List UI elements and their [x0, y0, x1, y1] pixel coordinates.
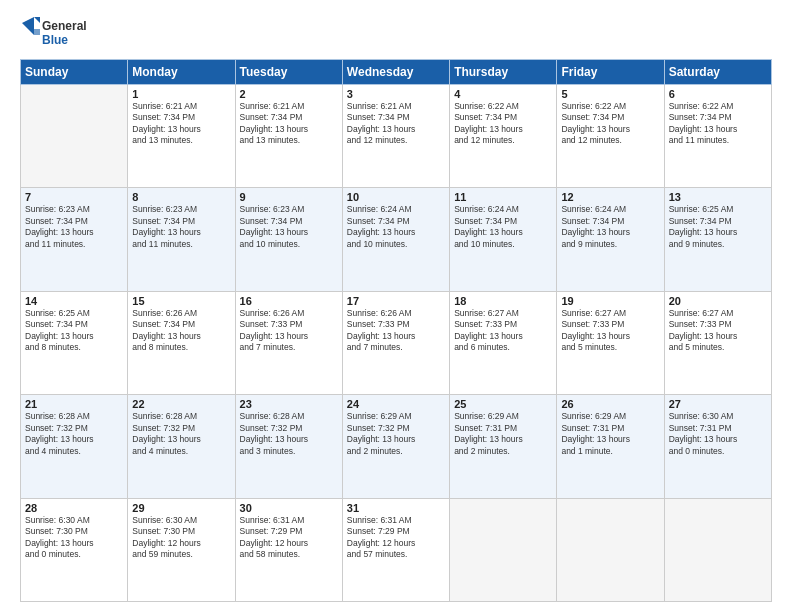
svg-marker-5 — [34, 29, 40, 35]
weekday-header-cell: Saturday — [664, 60, 771, 85]
day-number: 23 — [240, 398, 338, 410]
day-number: 31 — [347, 502, 445, 514]
calendar-cell — [21, 85, 128, 188]
day-info: Sunrise: 6:23 AM Sunset: 7:34 PM Dayligh… — [25, 204, 123, 250]
calendar-table: SundayMondayTuesdayWednesdayThursdayFrid… — [20, 59, 772, 602]
day-number: 21 — [25, 398, 123, 410]
weekday-header-cell: Tuesday — [235, 60, 342, 85]
svg-text:Blue: Blue — [42, 33, 68, 47]
day-number: 5 — [561, 88, 659, 100]
calendar-cell: 27Sunrise: 6:30 AM Sunset: 7:31 PM Dayli… — [664, 395, 771, 498]
day-number: 26 — [561, 398, 659, 410]
day-info: Sunrise: 6:27 AM Sunset: 7:33 PM Dayligh… — [561, 308, 659, 354]
day-info: Sunrise: 6:30 AM Sunset: 7:30 PM Dayligh… — [25, 515, 123, 561]
day-info: Sunrise: 6:21 AM Sunset: 7:34 PM Dayligh… — [132, 101, 230, 147]
calendar-cell: 22Sunrise: 6:28 AM Sunset: 7:32 PM Dayli… — [128, 395, 235, 498]
day-info: Sunrise: 6:29 AM Sunset: 7:31 PM Dayligh… — [454, 411, 552, 457]
calendar-cell: 20Sunrise: 6:27 AM Sunset: 7:33 PM Dayli… — [664, 291, 771, 394]
calendar-week-row: 21Sunrise: 6:28 AM Sunset: 7:32 PM Dayli… — [21, 395, 772, 498]
day-info: Sunrise: 6:27 AM Sunset: 7:33 PM Dayligh… — [669, 308, 767, 354]
calendar-cell — [664, 498, 771, 601]
day-info: Sunrise: 6:26 AM Sunset: 7:34 PM Dayligh… — [132, 308, 230, 354]
weekday-header-row: SundayMondayTuesdayWednesdayThursdayFrid… — [21, 60, 772, 85]
calendar-cell: 2Sunrise: 6:21 AM Sunset: 7:34 PM Daylig… — [235, 85, 342, 188]
day-info: Sunrise: 6:25 AM Sunset: 7:34 PM Dayligh… — [25, 308, 123, 354]
calendar-cell: 30Sunrise: 6:31 AM Sunset: 7:29 PM Dayli… — [235, 498, 342, 601]
day-info: Sunrise: 6:31 AM Sunset: 7:29 PM Dayligh… — [240, 515, 338, 561]
calendar-cell: 16Sunrise: 6:26 AM Sunset: 7:33 PM Dayli… — [235, 291, 342, 394]
day-number: 18 — [454, 295, 552, 307]
day-number: 4 — [454, 88, 552, 100]
calendar-week-row: 7Sunrise: 6:23 AM Sunset: 7:34 PM Daylig… — [21, 188, 772, 291]
day-number: 8 — [132, 191, 230, 203]
calendar-cell: 23Sunrise: 6:28 AM Sunset: 7:32 PM Dayli… — [235, 395, 342, 498]
day-number: 19 — [561, 295, 659, 307]
day-info: Sunrise: 6:28 AM Sunset: 7:32 PM Dayligh… — [25, 411, 123, 457]
logo: General Blue — [20, 15, 90, 51]
day-info: Sunrise: 6:21 AM Sunset: 7:34 PM Dayligh… — [347, 101, 445, 147]
day-info: Sunrise: 6:31 AM Sunset: 7:29 PM Dayligh… — [347, 515, 445, 561]
day-number: 30 — [240, 502, 338, 514]
day-number: 24 — [347, 398, 445, 410]
calendar-cell: 31Sunrise: 6:31 AM Sunset: 7:29 PM Dayli… — [342, 498, 449, 601]
day-info: Sunrise: 6:29 AM Sunset: 7:32 PM Dayligh… — [347, 411, 445, 457]
day-number: 20 — [669, 295, 767, 307]
day-info: Sunrise: 6:22 AM Sunset: 7:34 PM Dayligh… — [669, 101, 767, 147]
logo-svg: General Blue — [20, 15, 90, 51]
day-number: 11 — [454, 191, 552, 203]
day-info: Sunrise: 6:28 AM Sunset: 7:32 PM Dayligh… — [132, 411, 230, 457]
calendar-week-row: 1Sunrise: 6:21 AM Sunset: 7:34 PM Daylig… — [21, 85, 772, 188]
calendar-week-row: 14Sunrise: 6:25 AM Sunset: 7:34 PM Dayli… — [21, 291, 772, 394]
calendar-cell: 12Sunrise: 6:24 AM Sunset: 7:34 PM Dayli… — [557, 188, 664, 291]
day-info: Sunrise: 6:24 AM Sunset: 7:34 PM Dayligh… — [454, 204, 552, 250]
day-info: Sunrise: 6:23 AM Sunset: 7:34 PM Dayligh… — [240, 204, 338, 250]
day-number: 16 — [240, 295, 338, 307]
day-info: Sunrise: 6:28 AM Sunset: 7:32 PM Dayligh… — [240, 411, 338, 457]
day-number: 28 — [25, 502, 123, 514]
calendar-cell: 6Sunrise: 6:22 AM Sunset: 7:34 PM Daylig… — [664, 85, 771, 188]
day-number: 29 — [132, 502, 230, 514]
calendar-cell: 28Sunrise: 6:30 AM Sunset: 7:30 PM Dayli… — [21, 498, 128, 601]
calendar-cell: 14Sunrise: 6:25 AM Sunset: 7:34 PM Dayli… — [21, 291, 128, 394]
calendar-page: General Blue SundayMondayTuesdayWednesda… — [0, 0, 792, 612]
weekday-header-cell: Sunday — [21, 60, 128, 85]
calendar-cell: 13Sunrise: 6:25 AM Sunset: 7:34 PM Dayli… — [664, 188, 771, 291]
day-info: Sunrise: 6:21 AM Sunset: 7:34 PM Dayligh… — [240, 101, 338, 147]
svg-text:General: General — [42, 19, 87, 33]
day-number: 22 — [132, 398, 230, 410]
svg-marker-4 — [34, 17, 40, 23]
day-info: Sunrise: 6:30 AM Sunset: 7:31 PM Dayligh… — [669, 411, 767, 457]
day-number: 17 — [347, 295, 445, 307]
day-number: 10 — [347, 191, 445, 203]
day-number: 13 — [669, 191, 767, 203]
calendar-cell: 9Sunrise: 6:23 AM Sunset: 7:34 PM Daylig… — [235, 188, 342, 291]
calendar-cell: 17Sunrise: 6:26 AM Sunset: 7:33 PM Dayli… — [342, 291, 449, 394]
day-info: Sunrise: 6:27 AM Sunset: 7:33 PM Dayligh… — [454, 308, 552, 354]
day-info: Sunrise: 6:26 AM Sunset: 7:33 PM Dayligh… — [240, 308, 338, 354]
day-info: Sunrise: 6:25 AM Sunset: 7:34 PM Dayligh… — [669, 204, 767, 250]
calendar-cell: 4Sunrise: 6:22 AM Sunset: 7:34 PM Daylig… — [450, 85, 557, 188]
calendar-week-row: 28Sunrise: 6:30 AM Sunset: 7:30 PM Dayli… — [21, 498, 772, 601]
day-info: Sunrise: 6:22 AM Sunset: 7:34 PM Dayligh… — [561, 101, 659, 147]
day-info: Sunrise: 6:26 AM Sunset: 7:33 PM Dayligh… — [347, 308, 445, 354]
calendar-cell: 24Sunrise: 6:29 AM Sunset: 7:32 PM Dayli… — [342, 395, 449, 498]
weekday-header-cell: Thursday — [450, 60, 557, 85]
weekday-header-cell: Monday — [128, 60, 235, 85]
day-number: 25 — [454, 398, 552, 410]
calendar-cell: 10Sunrise: 6:24 AM Sunset: 7:34 PM Dayli… — [342, 188, 449, 291]
day-number: 14 — [25, 295, 123, 307]
day-info: Sunrise: 6:23 AM Sunset: 7:34 PM Dayligh… — [132, 204, 230, 250]
day-number: 27 — [669, 398, 767, 410]
calendar-cell: 3Sunrise: 6:21 AM Sunset: 7:34 PM Daylig… — [342, 85, 449, 188]
day-number: 1 — [132, 88, 230, 100]
calendar-cell: 7Sunrise: 6:23 AM Sunset: 7:34 PM Daylig… — [21, 188, 128, 291]
calendar-cell: 25Sunrise: 6:29 AM Sunset: 7:31 PM Dayli… — [450, 395, 557, 498]
calendar-cell: 19Sunrise: 6:27 AM Sunset: 7:33 PM Dayli… — [557, 291, 664, 394]
calendar-cell: 18Sunrise: 6:27 AM Sunset: 7:33 PM Dayli… — [450, 291, 557, 394]
day-number: 2 — [240, 88, 338, 100]
calendar-cell: 21Sunrise: 6:28 AM Sunset: 7:32 PM Dayli… — [21, 395, 128, 498]
header: General Blue — [20, 15, 772, 51]
day-number: 15 — [132, 295, 230, 307]
day-info: Sunrise: 6:30 AM Sunset: 7:30 PM Dayligh… — [132, 515, 230, 561]
weekday-header-cell: Wednesday — [342, 60, 449, 85]
